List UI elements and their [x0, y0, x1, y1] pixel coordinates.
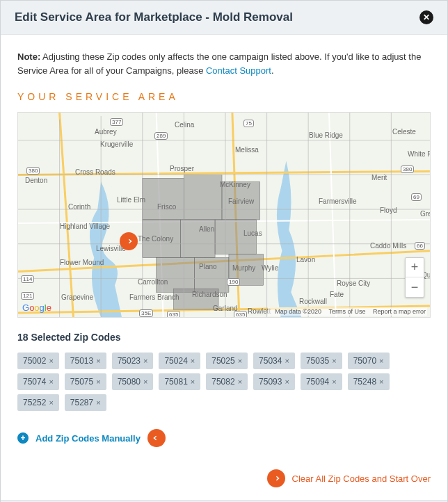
map-attribution: Map data ©2020 Terms of Use Report a map… [268, 307, 427, 316]
add-zip-row: + Add Zip Codes Manually [17, 429, 431, 447]
zip-chip: 75024× [159, 353, 200, 369]
map-city-label: Farmers Branch [129, 293, 179, 301]
zoom-in-button[interactable]: + [406, 258, 424, 277]
remove-chip-icon[interactable]: × [332, 378, 336, 386]
zip-chip: 75074× [17, 373, 59, 390]
remove-chip-icon[interactable]: × [96, 378, 100, 386]
map-city-label: Frisco [157, 203, 176, 211]
zip-chip: 75034× [253, 353, 295, 369]
map-city-label: White Rock [408, 150, 431, 158]
zip-chip-label: 75024 [164, 356, 187, 366]
route-badge: 69 [411, 193, 422, 201]
route-badge: 114 [21, 275, 34, 283]
section-title: YOUR SERVICE AREA [17, 91, 431, 102]
remove-chip-icon[interactable]: × [238, 357, 242, 365]
map-city-label: Richardson [192, 291, 227, 298]
google-logo: Google [22, 302, 51, 313]
zip-chip-label: 75025 [211, 356, 234, 366]
modal-body: Note: Adjusting these Zip codes only aff… [1, 35, 447, 500]
selected-zip-title: 18 Selected Zip Codes [17, 332, 431, 343]
map-city-label: Krugerville [100, 140, 133, 148]
map-city-label: Plano [199, 263, 217, 270]
remove-chip-icon[interactable]: × [96, 398, 100, 407]
map-city-label: Wylie [262, 264, 278, 272]
contact-support-link[interactable]: Contact Support [206, 65, 271, 76]
clear-all-link[interactable]: Clear All Zip Codes and Start Over [292, 473, 431, 484]
map-city-label: Murphy [232, 264, 255, 272]
zip-chip-label: 75074 [23, 377, 46, 387]
remove-chip-icon[interactable]: × [49, 378, 53, 386]
map-city-label: Lucas [243, 229, 262, 237]
service-area-map[interactable]: AubreyCelinaKrugervilleBlue RidgeCeleste… [17, 112, 431, 318]
map-city-label: Grapevine [61, 293, 93, 301]
route-badge: 121 [21, 292, 34, 300]
add-zip-link[interactable]: Add Zip Codes Manually [35, 433, 141, 444]
map-city-label: Aubrey [95, 128, 117, 136]
clear-zip-row: Clear All Zip Codes and Start Over [17, 469, 431, 487]
remove-chip-icon[interactable]: × [49, 398, 53, 407]
note-after: . [271, 65, 274, 76]
map-city-label: McKinney [220, 181, 250, 188]
map-city-label: Prosper [170, 165, 194, 172]
zip-chip: 75252× [17, 394, 59, 411]
remove-chip-icon[interactable]: × [379, 357, 383, 365]
remove-chip-icon[interactable]: × [379, 378, 383, 386]
zip-chip-list: 75002×75013×75023×75024×75025×75034×7503… [17, 353, 431, 411]
map-city-label: Farmersville [319, 197, 356, 205]
map-report-link[interactable]: Report a map error [373, 308, 426, 315]
edit-service-area-modal: Edit Service Area for Marketplace - Mold… [0, 0, 448, 502]
zip-chip-label: 75013 [70, 356, 93, 366]
map-city-label: Royse City [337, 280, 370, 287]
remove-chip-icon[interactable]: × [96, 357, 100, 365]
zip-chip-label: 75094 [306, 377, 329, 387]
map-city-label: Greenvill [420, 210, 431, 218]
zip-chip: 75013× [65, 353, 106, 369]
map-city-label: Cross Roads [75, 168, 115, 176]
zip-chip-label: 75002 [23, 356, 46, 366]
route-badge: 380 [401, 165, 414, 173]
zip-chip: 75080× [112, 373, 154, 390]
zip-chip-label: 75070 [353, 356, 376, 366]
zoom-control: + − [405, 257, 424, 298]
zip-chip-label: 75082 [211, 377, 234, 387]
zip-chip: 75081× [159, 373, 200, 390]
map-city-label: The Colony [138, 235, 173, 243]
plus-icon[interactable]: + [17, 432, 29, 444]
remove-chip-icon[interactable]: × [191, 378, 195, 386]
map-city-label: Carrollton [138, 278, 168, 286]
zip-chip: 75082× [206, 373, 248, 390]
map-terms-link[interactable]: Terms of Use [328, 308, 365, 315]
zip-chip: 75093× [253, 373, 295, 390]
note-label: Note: [17, 51, 40, 62]
note-text: Note: Adjusting these Zip codes only aff… [17, 50, 431, 77]
zip-chip: 75287× [65, 394, 106, 411]
svg-rect-2 [184, 175, 222, 220]
remove-chip-icon[interactable]: × [143, 357, 147, 365]
arrow-left-icon [147, 429, 166, 447]
map-city-label: Merit [371, 174, 387, 181]
arrow-marker-icon [120, 232, 138, 250]
remove-chip-icon[interactable]: × [285, 357, 289, 365]
close-button[interactable]: ✕ [419, 10, 433, 24]
zip-chip-label: 75252 [23, 398, 46, 407]
remove-chip-icon[interactable]: × [49, 357, 53, 365]
map-city-label: Lavon [296, 256, 315, 264]
remove-chip-icon[interactable]: × [143, 378, 147, 386]
zip-chip-label: 75035 [306, 356, 329, 366]
remove-chip-icon[interactable]: × [191, 357, 195, 365]
map-city-label: Melissa [235, 146, 259, 154]
route-badge: 66 [415, 242, 425, 250]
zoom-out-button[interactable]: − [406, 277, 424, 297]
map-city-label: Fairview [228, 197, 254, 205]
map-city-label: Allen [199, 225, 214, 233]
remove-chip-icon[interactable]: × [332, 357, 336, 365]
map-data-text: Map data ©2020 [275, 308, 321, 315]
zip-chip-label: 75034 [259, 356, 282, 366]
remove-chip-icon[interactable]: × [238, 378, 242, 386]
route-badge: 190 [227, 278, 240, 286]
map-city-label: Flower Mound [60, 259, 104, 266]
arrow-right-icon [267, 469, 285, 487]
zip-chip-label: 75248 [353, 377, 376, 387]
remove-chip-icon[interactable]: × [285, 378, 289, 386]
map-city-label: Highland Village [60, 222, 110, 230]
